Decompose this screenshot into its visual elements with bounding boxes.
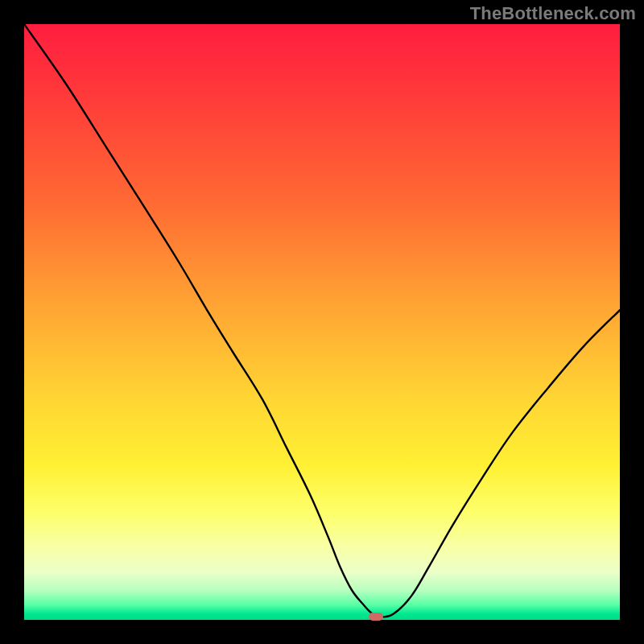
attribution-text: TheBottleneck.com [470, 3, 636, 24]
bottleneck-curve [24, 24, 620, 620]
chart-frame: TheBottleneck.com [0, 0, 644, 644]
plot-area [24, 24, 620, 620]
optimum-marker [369, 613, 383, 621]
